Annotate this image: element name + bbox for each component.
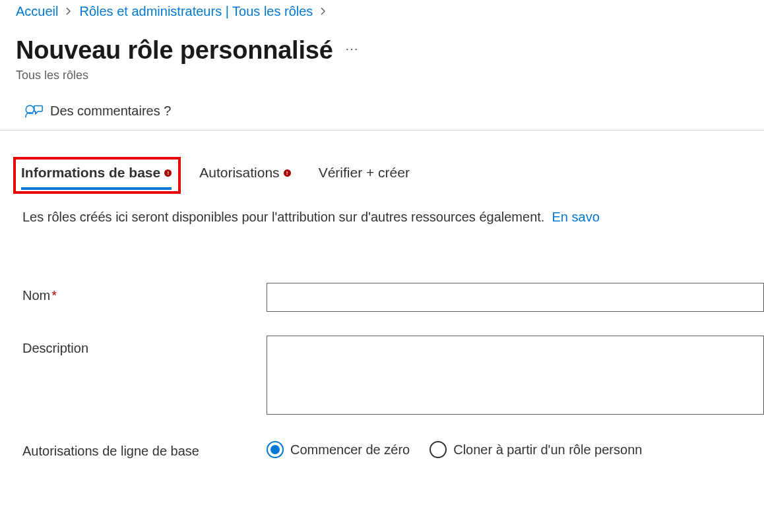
feedback-link[interactable]: Des commentaires ? (50, 103, 171, 119)
tabs: Informations de base ! Autorisations ! V… (0, 131, 764, 190)
radio-label: Cloner à partir d'un rôle personn (453, 442, 642, 458)
chevron-right-icon (319, 6, 327, 18)
info-text: Les rôles créés ici seront disponibles p… (0, 190, 764, 225)
required-indicator: * (51, 288, 57, 303)
feedback-icon[interactable] (24, 101, 44, 121)
radio-clone-role[interactable]: Cloner à partir d'un rôle personn (430, 441, 642, 458)
chevron-right-icon (65, 6, 73, 18)
error-icon: ! (164, 169, 172, 177)
tab-review[interactable]: Vérifier + créer (313, 162, 415, 190)
baseline-radio-group: Commencer de zéro Cloner à partir d'un r… (267, 438, 642, 458)
radio-icon (267, 441, 284, 458)
tab-basics[interactable]: Informations de base ! (16, 162, 177, 190)
description-input[interactable] (267, 336, 764, 415)
name-label: Nom* (22, 283, 267, 303)
radio-label: Commencer de zéro (290, 442, 410, 458)
more-menu-icon[interactable]: ⋯ (345, 41, 360, 61)
page-subtitle: Tous les rôles (0, 65, 764, 82)
description-label: Description (22, 336, 267, 356)
toolbar: Des commentaires ? (0, 82, 764, 131)
form-row-name: Nom* (22, 283, 764, 312)
learn-more-link[interactable]: En savo (552, 210, 600, 224)
radio-icon (430, 441, 447, 458)
breadcrumb-home[interactable]: Accueil (16, 4, 58, 19)
baseline-label: Autorisations de ligne de base (22, 438, 267, 459)
form-row-description: Description (22, 336, 764, 415)
form-row-baseline: Autorisations de ligne de base Commencer… (22, 438, 764, 459)
tab-label: Autorisations (199, 165, 279, 181)
page-header: Nouveau rôle personnalisé ⋯ (0, 19, 764, 65)
breadcrumb: Accueil Rôles et administrateurs | Tous … (0, 0, 764, 19)
page-title: Nouveau rôle personnalisé (16, 36, 333, 65)
name-input[interactable] (267, 283, 764, 312)
breadcrumb-roles[interactable]: Rôles et administrateurs | Tous les rôle… (79, 4, 313, 19)
tab-permissions[interactable]: Autorisations ! (194, 162, 296, 190)
form: Nom* Description Autorisations de ligne … (0, 225, 764, 459)
error-icon: ! (284, 169, 291, 177)
radio-start-from-scratch[interactable]: Commencer de zéro (267, 441, 410, 458)
tab-label: Informations de base (21, 165, 160, 181)
tab-label: Vérifier + créer (319, 165, 410, 181)
